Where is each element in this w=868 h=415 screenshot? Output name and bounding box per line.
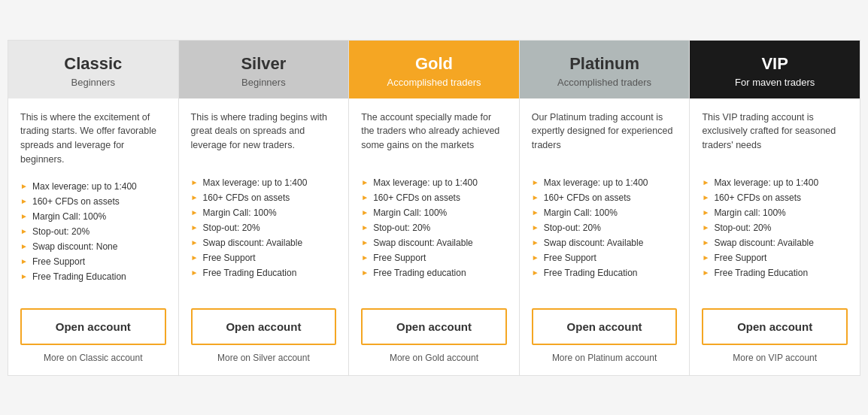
feature-text: Swap discount: Available: [203, 238, 303, 248]
arrow-right-icon: ►: [702, 238, 709, 247]
card-title-gold: Gold: [361, 54, 507, 74]
list-item: ►Max leverage: up to 1:400: [191, 175, 337, 190]
list-item: ►Swap discount: Available: [702, 235, 848, 250]
arrow-right-icon: ►: [532, 268, 539, 277]
arrow-right-icon: ►: [191, 253, 199, 262]
card-subtitle-gold: Accomplished traders: [361, 77, 507, 88]
card-footer-classic: Open accountMore on Classic account: [8, 302, 178, 375]
open-account-button-vip[interactable]: Open account: [702, 308, 848, 345]
list-item: ►Free Support: [361, 250, 507, 265]
list-item: ►Stop-out: 20%: [532, 220, 678, 235]
card-subtitle-platinum: Accomplished traders: [532, 77, 678, 88]
list-item: ►Margin call: 100%: [702, 205, 848, 220]
feature-text: Margin Call: 100%: [203, 208, 277, 218]
cards-container: ClassicBeginnersThis is where the excite…: [8, 40, 860, 376]
feature-text: Margin Call: 100%: [373, 208, 447, 218]
feature-text: Stop-out: 20%: [714, 223, 771, 233]
open-account-button-classic[interactable]: Open account: [20, 308, 166, 345]
features-list-classic: ►Max leverage: up to 1:400►160+ CFDs on …: [20, 179, 166, 284]
feature-text: Max leverage: up to 1:400: [32, 181, 137, 192]
feature-text: Free Support: [32, 256, 85, 267]
list-item: ►160+ CFDs on assets: [702, 190, 848, 205]
feature-text: Stop-out: 20%: [32, 226, 90, 237]
list-item: ►Margin Call: 100%: [532, 205, 678, 220]
arrow-right-icon: ►: [361, 178, 369, 186]
list-item: ►Max leverage: up to 1:400: [702, 175, 848, 190]
list-item: ►Free Trading Education: [702, 265, 848, 280]
feature-text: Stop-out: 20%: [203, 223, 260, 233]
arrow-right-icon: ►: [532, 193, 539, 201]
feature-text: Free Support: [203, 253, 256, 263]
list-item: ►Max leverage: up to 1:400: [20, 179, 166, 194]
feature-text: Max leverage: up to 1:400: [373, 177, 478, 188]
list-item: ►Free Support: [532, 250, 678, 265]
features-list-silver: ►Max leverage: up to 1:400►160+ CFDs on …: [191, 175, 337, 284]
arrow-right-icon: ►: [532, 208, 539, 217]
more-link-vip[interactable]: More on VIP account: [733, 353, 817, 363]
card-header-classic: ClassicBeginners: [8, 41, 178, 98]
arrow-right-icon: ►: [702, 253, 709, 262]
feature-text: Free Support: [373, 253, 426, 263]
arrow-right-icon: ►: [532, 223, 539, 232]
list-item: ►Stop-out: 20%: [702, 220, 848, 235]
list-item: ►Stop-out: 20%: [191, 220, 337, 235]
feature-text: 160+ CFDs on assets: [714, 192, 801, 203]
card-vip: VIPFor maven tradersThis VIP trading acc…: [690, 40, 860, 376]
arrow-right-icon: ►: [191, 178, 199, 186]
arrow-right-icon: ►: [361, 268, 369, 277]
arrow-right-icon: ►: [702, 193, 709, 201]
list-item: ►Free Trading education: [361, 265, 507, 280]
feature-text: Free Trading education: [373, 268, 466, 278]
card-body-classic: This is where the excitement of trading …: [8, 98, 178, 302]
open-account-button-silver[interactable]: Open account: [191, 308, 337, 345]
list-item: ►Stop-out: 20%: [361, 220, 507, 235]
more-link-silver[interactable]: More on Silver account: [217, 353, 310, 363]
card-subtitle-vip: For maven traders: [702, 77, 848, 88]
open-account-button-platinum[interactable]: Open account: [532, 308, 678, 345]
arrow-right-icon: ►: [702, 268, 709, 277]
list-item: ►Margin Call: 100%: [361, 205, 507, 220]
card-footer-silver: Open accountMore on Silver account: [179, 302, 349, 375]
card-title-classic: Classic: [20, 54, 166, 74]
card-description-platinum: Our Platinum trading account is expertly…: [532, 111, 678, 163]
open-account-button-gold[interactable]: Open account: [361, 308, 507, 345]
arrow-right-icon: ►: [20, 242, 28, 250]
list-item: ►Swap discount: Available: [532, 235, 678, 250]
arrow-right-icon: ►: [532, 253, 539, 262]
feature-text: Free Trading Education: [544, 268, 638, 278]
arrow-right-icon: ►: [361, 223, 369, 232]
list-item: ►Max leverage: up to 1:400: [532, 175, 678, 190]
arrow-right-icon: ►: [702, 208, 709, 217]
more-link-gold[interactable]: More on Gold account: [390, 353, 478, 363]
feature-text: Margin Call: 100%: [32, 211, 106, 222]
list-item: ►Free Trading Education: [191, 265, 337, 280]
more-link-platinum[interactable]: More on Platinum account: [552, 353, 657, 363]
arrow-right-icon: ►: [361, 193, 369, 201]
list-item: ►Free Support: [20, 254, 166, 269]
card-subtitle-silver: Beginners: [191, 77, 337, 88]
list-item: ►Swap discount: Available: [191, 235, 337, 250]
arrow-right-icon: ►: [361, 208, 369, 217]
arrow-right-icon: ►: [20, 182, 28, 190]
feature-text: Free Trading Education: [714, 268, 808, 278]
card-description-gold: The account specially made for the trade…: [361, 111, 507, 163]
list-item: ►Margin Call: 100%: [20, 209, 166, 224]
feature-text: Max leverage: up to 1:400: [544, 177, 648, 188]
list-item: ►160+ CFDs on assets: [361, 190, 507, 205]
feature-text: Max leverage: up to 1:400: [714, 177, 818, 188]
arrow-right-icon: ►: [702, 178, 709, 186]
card-header-silver: SilverBeginners: [179, 41, 349, 98]
features-list-vip: ►Max leverage: up to 1:400►160+ CFDs on …: [702, 175, 848, 284]
card-body-silver: This is where trading begins with great …: [179, 98, 349, 302]
card-body-gold: The account specially made for the trade…: [349, 98, 519, 302]
card-header-gold: GoldAccomplished traders: [349, 41, 519, 98]
list-item: ►Swap discount: None: [20, 239, 166, 254]
list-item: ►Free Support: [191, 250, 337, 265]
feature-text: 160+ CFDs on assets: [544, 192, 631, 203]
list-item: ►Max leverage: up to 1:400: [361, 175, 507, 190]
feature-text: Stop-out: 20%: [544, 223, 601, 233]
card-footer-gold: Open accountMore on Gold account: [349, 302, 519, 375]
feature-text: Margin call: 100%: [714, 208, 785, 218]
feature-text: 160+ CFDs on assets: [373, 192, 460, 203]
more-link-classic[interactable]: More on Classic account: [44, 353, 142, 363]
